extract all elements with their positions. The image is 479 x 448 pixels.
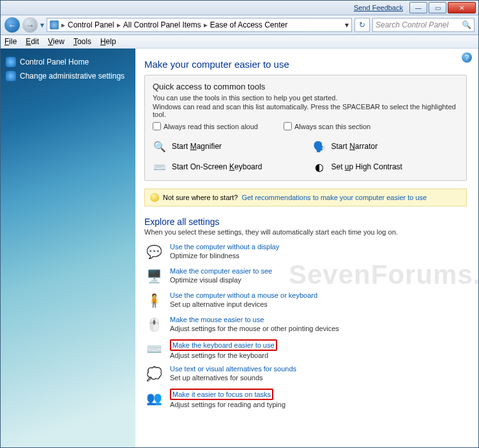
maximize-button[interactable]: ▭: [429, 2, 446, 13]
quick-access-title: Quick access to common tools: [153, 82, 459, 91]
quicklink-osk[interactable]: ⌨️Start On-Screen Keyboard: [153, 160, 300, 174]
search-icon: 🔍: [462, 20, 471, 29]
help-icon[interactable]: ?: [462, 52, 472, 63]
body: Control Panel Home Change administrative…: [1, 49, 478, 448]
forward-button[interactable]: →: [22, 17, 38, 33]
lightbulb-icon: [150, 193, 159, 202]
setting-desc: Adjust settings for the mouse or other p…: [170, 325, 339, 332]
setting-link[interactable]: Make it easier to focus on tasks: [172, 390, 271, 398]
sound-icon: 💭: [144, 364, 163, 383]
breadcrumb-sep-icon: ▸: [117, 20, 121, 29]
narrator-icon: 🗣️: [312, 139, 326, 153]
setting-desc: Adjust settings for the keyboard: [170, 351, 277, 359]
setting-sound-alternatives: 💭 Use text or visual alternatives for so…: [144, 364, 467, 383]
speech-bubble-icon: 💬: [144, 242, 163, 261]
menubar: File Edit View Tools Help: [1, 35, 478, 49]
quicklink-narrator[interactable]: 🗣️Start Narrator: [312, 139, 459, 153]
setting-link[interactable]: Make the mouse easier to use: [170, 316, 264, 323]
window: Send Feedback — ▭ ✕ ← → ▾ ▸ Control Pane…: [0, 0, 479, 448]
sidebar-home[interactable]: Control Panel Home: [6, 55, 130, 69]
breadcrumb-sep-icon: ▸: [204, 20, 208, 29]
address-bar[interactable]: ▸ Control Panel ▸ All Control Panel Item…: [47, 18, 352, 32]
menu-edit[interactable]: Edit: [26, 37, 39, 46]
person-icon: 🧍: [144, 291, 163, 310]
keyboard-icon: ⌨️: [144, 339, 163, 359]
tip-question: Not sure where to start?: [163, 194, 238, 201]
control-panel-icon: [50, 20, 59, 29]
recent-dropdown-icon[interactable]: ▾: [40, 20, 44, 29]
setting-link[interactable]: Use the computer without a mouse or keyb…: [170, 291, 317, 299]
tip-link[interactable]: Get recommendations to make your compute…: [241, 194, 427, 201]
setting-desc: Set up alternative input devices: [170, 300, 317, 308]
keyboard-icon: ⌨️: [153, 160, 167, 174]
setting-desc: Optimize for blindness: [170, 252, 279, 259]
setting-desc: Set up alternatives for sounds: [170, 374, 296, 382]
page-title: Make your computer easier to use: [144, 59, 467, 70]
mouse-icon: 🖱️: [144, 315, 163, 334]
setting-link[interactable]: Use text or visual alternatives for soun…: [170, 365, 296, 373]
titlebar: Send Feedback — ▭ ✕: [1, 1, 478, 15]
minimize-button[interactable]: —: [409, 2, 427, 13]
quicklink-highcontrast[interactable]: ◐Set up High Contrast: [312, 160, 459, 174]
quick-access-panel: Quick access to common tools You can use…: [144, 75, 467, 181]
shield-icon: [6, 71, 16, 81]
setting-focus: 👥 Make it easier to focus on tasksAdjust…: [144, 389, 467, 408]
quick-access-desc1: You can use the tools in this section to…: [153, 94, 459, 102]
setting-link[interactable]: Make the computer easier to see: [170, 267, 272, 275]
menu-view[interactable]: View: [48, 37, 65, 46]
navbar: ← → ▾ ▸ Control Panel ▸ All Control Pane…: [1, 15, 478, 35]
contrast-icon: ◐: [312, 160, 326, 174]
explore-subtitle: When you select these settings, they wil…: [144, 228, 467, 236]
magnifier-icon: 🔍: [153, 139, 167, 153]
setting-link[interactable]: Use the computer without a display: [170, 243, 279, 251]
search-box[interactable]: Search Control Panel 🔍: [372, 18, 475, 32]
home-icon: [6, 57, 16, 67]
display-icon: 🖥️: [144, 266, 163, 286]
setting-keyboard: ⌨️ Make the keyboard easier to useAdjust…: [144, 339, 467, 359]
quick-access-desc2: Windows can read and scan this list auto…: [153, 103, 459, 118]
sidebar: Control Panel Home Change administrative…: [1, 49, 135, 448]
quicklink-magnifier[interactable]: 🔍Start Magnifier: [153, 139, 300, 153]
back-button[interactable]: ←: [4, 17, 20, 33]
address-dropdown-icon[interactable]: ▾: [345, 20, 349, 29]
explore-title: Explore all settings: [144, 217, 467, 227]
setting-no-mouse-keyboard: 🧍 Use the computer without a mouse or ke…: [144, 291, 467, 310]
breadcrumb-seg-3[interactable]: Ease of Access Center: [210, 20, 287, 29]
main-content: ? SevenForums.com Make your computer eas…: [135, 49, 478, 448]
setting-mouse: 🖱️ Make the mouse easier to useAdjust se…: [144, 315, 467, 334]
menu-help[interactable]: Help: [100, 37, 116, 46]
search-placeholder: Search Control Panel: [376, 20, 448, 29]
menu-tools[interactable]: Tools: [73, 37, 91, 46]
breadcrumb-seg-2[interactable]: All Control Panel Items: [123, 20, 201, 29]
refresh-button[interactable]: ↻: [354, 18, 370, 32]
close-button[interactable]: ✕: [448, 2, 476, 13]
setting-no-display: 💬 Use the computer without a displayOpti…: [144, 242, 467, 261]
person-tasks-icon: 👥: [144, 389, 163, 408]
menu-file[interactable]: File: [4, 37, 17, 46]
tip-bar: Not sure where to start? Get recommendat…: [144, 189, 467, 206]
checkbox-read-aloud[interactable]: Always read this section aloud: [153, 122, 258, 130]
breadcrumb-sep-icon: ▸: [61, 20, 65, 29]
setting-desc: Adjust settings for reading and typing: [170, 401, 285, 408]
setting-easier-to-see: 🖥️ Make the computer easier to seeOptimi…: [144, 266, 467, 286]
send-feedback-link[interactable]: Send Feedback: [354, 4, 403, 12]
setting-link[interactable]: Make the keyboard easier to use: [172, 341, 275, 349]
breadcrumb-seg-1[interactable]: Control Panel: [68, 20, 114, 29]
checkbox-scan-section[interactable]: Always scan this section: [284, 122, 370, 130]
sidebar-admin[interactable]: Change administrative settings: [6, 69, 130, 83]
setting-desc: Optimize visual display: [170, 276, 272, 284]
